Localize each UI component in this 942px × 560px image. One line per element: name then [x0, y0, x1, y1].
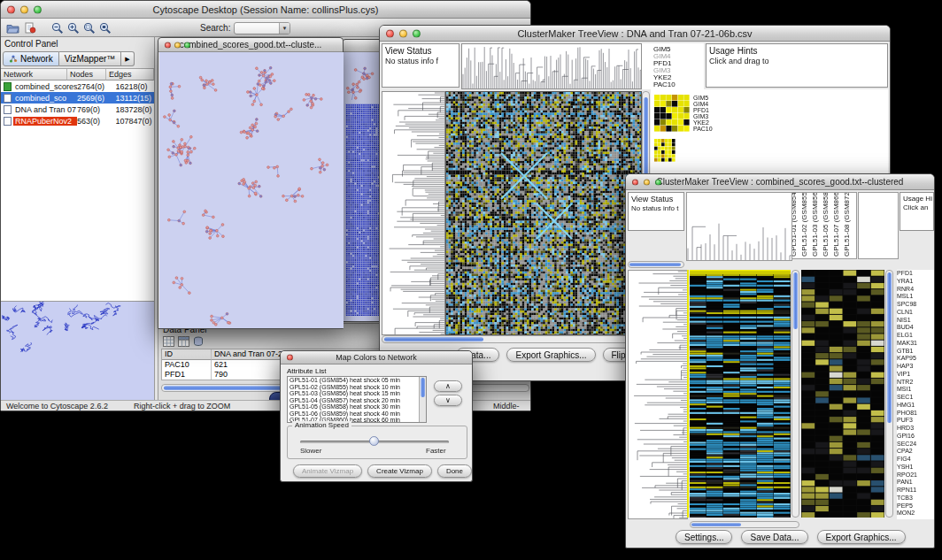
data-column-id[interactable]: ID [162, 349, 212, 360]
database-icon[interactable] [193, 336, 204, 347]
tab-overflow-button[interactable]: ▶ [121, 51, 134, 66]
map-colors-dialog[interactable]: Map Colors to Network Attribute List GPL… [280, 350, 473, 482]
network-list-row[interactable]: RNAPuberNov2563(0)107847(0) [1, 115, 154, 127]
window-title: combined_scores_good.txt--cluste... [180, 40, 322, 50]
heatmap-hscrollbar[interactable] [690, 521, 799, 528]
zoom-heatmap-canvas[interactable] [801, 270, 884, 518]
treeview-combined-window[interactable]: ClusterMaker TreeView : combined_scores_… [625, 173, 935, 548]
zoom-button[interactable] [34, 5, 42, 13]
list-vscrollbar[interactable] [419, 377, 426, 422]
column-dendrogram[interactable] [686, 192, 792, 261]
correlation-mini-heatmap[interactable] [654, 95, 690, 132]
network-list-row[interactable]: combined_scores2764(0)16218(0) [1, 81, 154, 92]
zoom-button[interactable] [184, 42, 190, 48]
zoom-vscrollbar[interactable] [885, 270, 893, 518]
network-canvas-area[interactable] [343, 52, 382, 321]
treeview-combined-titlebar[interactable]: ClusterMaker TreeView : combined_scores_… [626, 174, 934, 190]
network-canvas[interactable] [344, 54, 382, 100]
column-dendrogram[interactable] [461, 43, 642, 89]
open-folder-icon[interactable] [5, 21, 19, 35]
heatmap-vscrollbar[interactable] [791, 270, 799, 518]
network-list-row[interactable]: combined_sco2569(6)13112(15) [1, 92, 154, 104]
scroll-thumb[interactable] [793, 272, 798, 329]
column-header-edges[interactable]: Edges [106, 69, 154, 81]
zoom-selected-icon[interactable] [98, 21, 112, 35]
minimize-button[interactable] [20, 5, 28, 13]
column-header-nodes[interactable]: Nodes [67, 69, 106, 81]
scroll-thumb[interactable] [644, 97, 648, 179]
attribute-list-item[interactable]: GPL51-04 (GSM857) heat shock 20 min [288, 397, 426, 404]
zoom-fit-icon[interactable] [82, 21, 97, 35]
speed-slider-thumb[interactable] [369, 436, 379, 446]
gene-label: MAK31 [897, 340, 934, 348]
network-name: combined_scores [13, 82, 77, 91]
row-dendrogram[interactable] [628, 270, 688, 519]
column-header-network[interactable]: Network [1, 69, 67, 81]
dialog-animate-vizmap-button[interactable]: Animate Vizmap [293, 464, 362, 478]
gene-label: PFD1 [693, 107, 729, 113]
combined-settings-button[interactable]: Settings... [676, 530, 732, 544]
mini-hscrollbar[interactable] [628, 261, 684, 268]
data-panel-toolbar [163, 336, 204, 347]
gene-label: YKE2 [693, 119, 729, 126]
network-window-titlebar[interactable]: combined_scores_good.txt--cluste... [158, 38, 343, 52]
attribute-list-item[interactable]: GPL51-01 (GSM854) heat shock 05 min [288, 377, 426, 384]
minimize-button[interactable] [399, 29, 407, 37]
scroll-thumb[interactable] [384, 337, 483, 341]
network-edges-count: 13112(15) [116, 94, 154, 103]
close-button[interactable] [7, 5, 15, 13]
heatmap-canvas[interactable] [445, 91, 642, 335]
heatmap-canvas[interactable] [690, 270, 791, 518]
navigator-canvas[interactable] [1, 302, 153, 399]
network-navigator[interactable] [1, 301, 154, 400]
window-titlebar[interactable] [343, 40, 382, 52]
gene-label: BUD4 [897, 324, 934, 332]
scroll-thumb[interactable] [421, 378, 425, 397]
search-input[interactable]: ▼ [234, 22, 290, 35]
attribute-list-item[interactable]: GPL51-06 (GSM859) heat shock 40 min [288, 410, 426, 418]
scroll-thumb[interactable] [691, 523, 741, 526]
close-button[interactable] [165, 42, 171, 48]
zoom-in-icon[interactable] [66, 21, 81, 35]
scroll-thumb[interactable] [629, 263, 681, 266]
tab-vizmapper[interactable]: VizMapper™ [59, 51, 122, 66]
chevron-down-icon[interactable]: ▼ [279, 23, 290, 34]
close-button[interactable] [287, 355, 293, 361]
attribute-list-item[interactable]: GPL51-05 (GSM858) heat shock 30 min [288, 403, 426, 410]
close-button[interactable] [386, 29, 394, 37]
table-icon[interactable] [163, 336, 174, 347]
treeview-dna-titlebar[interactable]: ClusterMaker TreeView : DNA and Tran 07-… [380, 26, 890, 42]
dialog-done-button[interactable]: Done [437, 464, 472, 478]
zoom-out-icon[interactable] [50, 21, 65, 35]
attribute-list-item[interactable]: GPL51-02 (GSM855) heat shock 10 min [288, 384, 426, 391]
combined-export-graphics-button[interactable]: Export Graphics... [817, 530, 906, 544]
network-view-window[interactable]: combined_scores_good.txt--cluste... [158, 37, 344, 329]
attribute-list[interactable]: GPL51-01 (GSM854) heat shock 05 minGPL51… [287, 376, 427, 423]
dna-export-graphics-button[interactable]: Export Graphics... [506, 348, 595, 362]
gene-label: CPA2 [897, 448, 934, 456]
dialog-create-vizmap-button[interactable]: Create Vizmap [367, 464, 432, 478]
correlation-mini-heatmap-2[interactable] [654, 139, 676, 162]
network-canvas[interactable] [159, 52, 344, 328]
main-titlebar[interactable]: Cytoscape Desktop (Session Name: collins… [1, 1, 530, 19]
minimize-button[interactable] [174, 42, 181, 48]
combined-save-data-button[interactable]: Save Data... [741, 530, 807, 544]
network-list-row[interactable]: DNA and Tran 07769(0)183728(0) [1, 104, 154, 115]
minimize-button[interactable] [644, 179, 650, 185]
dense-network-canvas[interactable] [345, 104, 381, 316]
import-network-icon[interactable] [23, 21, 37, 35]
row-dendrogram[interactable] [382, 91, 445, 335]
gene-label: ELG1 [897, 332, 934, 340]
network-view-window-behind[interactable] [342, 39, 382, 322]
dialog-titlebar[interactable]: Map Colors to Network [281, 351, 472, 364]
tab-network[interactable]: Network [3, 51, 59, 66]
attribute-list-item[interactable]: GPL51-03 (GSM856) heat shock 15 min [288, 390, 426, 397]
heatmap-hscrollbar[interactable] [382, 335, 649, 343]
scroll-thumb[interactable] [887, 272, 892, 423]
move-down-button[interactable]: ∨ [434, 395, 462, 406]
attribute-grid-icon[interactable] [178, 336, 189, 347]
zoom-button[interactable] [413, 29, 421, 37]
close-button[interactable] [632, 179, 638, 185]
zoom-button[interactable] [655, 179, 661, 185]
move-up-button[interactable]: ∧ [434, 380, 462, 392]
